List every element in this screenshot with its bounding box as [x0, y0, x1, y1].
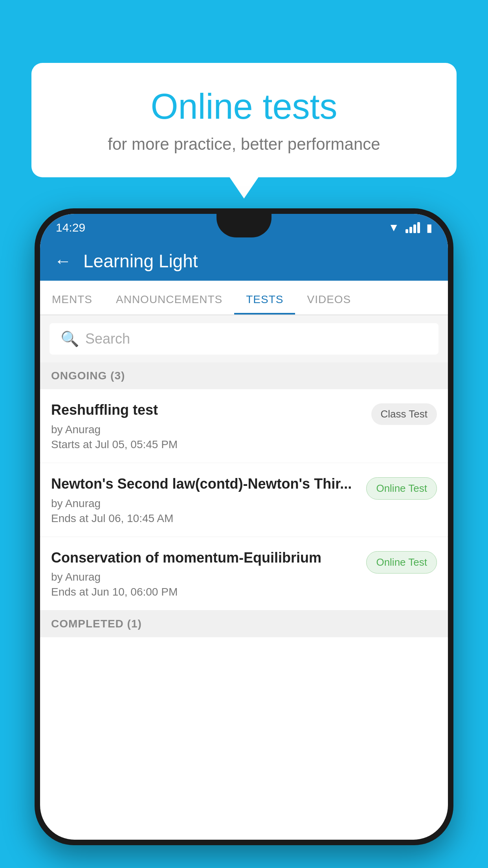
back-button[interactable]: ← — [54, 251, 72, 271]
signal-bars-icon — [405, 222, 420, 233]
test-info-2: Newton's Second law(contd)-Newton's Thir… — [51, 475, 366, 525]
test-name-3: Conservation of momentum-Equilibrium — [51, 549, 358, 567]
badge-online-test-2: Online Test — [366, 477, 437, 500]
test-author-2: by Anurag — [51, 497, 358, 510]
test-name-1: Reshuffling test — [51, 401, 363, 419]
tab-announcements[interactable]: ANNOUNCEMENTS — [104, 293, 234, 314]
bubble-title: Online tests — [63, 86, 425, 127]
badge-class-test-1: Class Test — [371, 403, 437, 425]
search-area: 🔍 Search — [40, 315, 448, 362]
search-icon: 🔍 — [61, 330, 79, 348]
search-box[interactable]: 🔍 Search — [50, 323, 438, 355]
tab-tests[interactable]: TESTS — [234, 293, 295, 314]
status-time: 14:29 — [56, 221, 85, 234]
tabs-bar: MENTS ANNOUNCEMENTS TESTS VIDEOS — [40, 281, 448, 315]
test-date-3: Ends at Jun 10, 06:00 PM — [51, 586, 358, 598]
table-row[interactable]: Newton's Second law(contd)-Newton's Thir… — [40, 463, 448, 537]
tests-list: Reshuffling test by Anurag Starts at Jul… — [40, 389, 448, 611]
badge-online-test-3: Online Test — [366, 551, 437, 574]
ongoing-label: ONGOING (3) — [51, 370, 125, 382]
test-date-2: Ends at Jul 06, 10:45 AM — [51, 512, 358, 525]
test-info-1: Reshuffling test by Anurag Starts at Jul… — [51, 401, 371, 451]
wifi-icon: ▼ — [388, 221, 399, 234]
test-name-2: Newton's Second law(contd)-Newton's Thir… — [51, 475, 358, 493]
phone-screen: 14:29 ▼ ▮ ← Learning Light MENTS ANNOUNC… — [40, 214, 448, 840]
status-icons: ▼ ▮ — [388, 221, 432, 234]
search-input[interactable]: Search — [85, 331, 130, 347]
speech-bubble: Online tests for more practice, better p… — [31, 63, 457, 177]
phone-device: 14:29 ▼ ▮ ← Learning Light MENTS ANNOUNC… — [35, 208, 453, 868]
test-date-1: Starts at Jul 05, 05:45 PM — [51, 438, 363, 451]
phone-outer-frame: 14:29 ▼ ▮ ← Learning Light MENTS ANNOUNC… — [35, 208, 453, 845]
completed-section-header: COMPLETED (1) — [40, 611, 448, 637]
tab-videos[interactable]: VIDEOS — [295, 293, 363, 314]
tab-ments[interactable]: MENTS — [40, 293, 104, 314]
app-header: ← Learning Light — [40, 241, 448, 281]
app-title: Learning Light — [83, 250, 198, 272]
test-author-3: by Anurag — [51, 571, 358, 583]
table-row[interactable]: Reshuffling test by Anurag Starts at Jul… — [40, 389, 448, 463]
table-row[interactable]: Conservation of momentum-Equilibrium by … — [40, 537, 448, 611]
battery-icon: ▮ — [426, 221, 432, 234]
test-info-3: Conservation of momentum-Equilibrium by … — [51, 549, 366, 599]
ongoing-section-header: ONGOING (3) — [40, 362, 448, 389]
test-author-1: by Anurag — [51, 423, 363, 436]
completed-label: COMPLETED (1) — [51, 618, 142, 630]
bubble-subtitle: for more practice, better performance — [63, 135, 425, 154]
